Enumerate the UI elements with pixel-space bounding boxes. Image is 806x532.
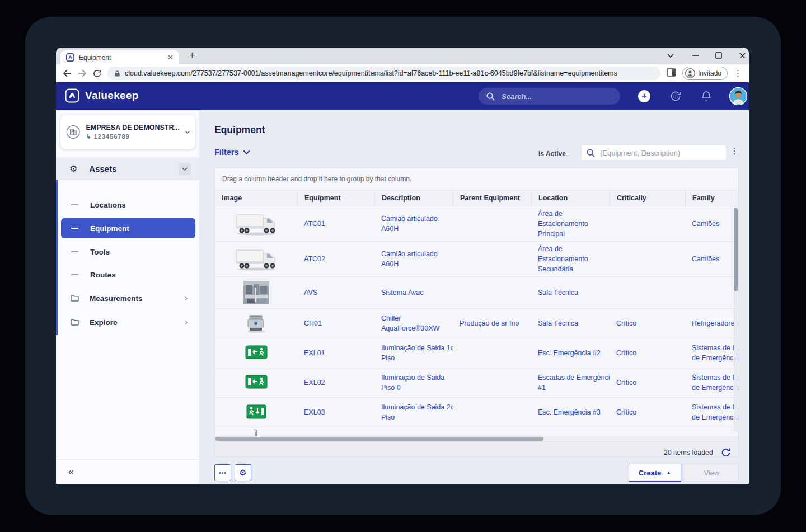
- folder-icon: [71, 295, 79, 302]
- sidebar-section-assets[interactable]: ⚙ Assets: [56, 157, 200, 180]
- column-header-description[interactable]: Description: [374, 190, 453, 206]
- equipment-code[interactable]: EXL01: [297, 338, 374, 368]
- equipment-description: Iluminação de Saida Piso 0: [374, 368, 453, 397]
- parent-equipment: [453, 277, 531, 308]
- action-bar: ••• ⚙ Create ▲ View: [214, 463, 739, 482]
- list-search[interactable]: [581, 145, 727, 161]
- table-row[interactable]: AVS Sistema Avac Sala Técnica: [215, 276, 738, 308]
- column-header-critically[interactable]: Critically: [610, 190, 685, 206]
- sidebar-item-explore[interactable]: Explore ›: [61, 312, 195, 332]
- column-header-image[interactable]: Image: [215, 190, 297, 206]
- view-button[interactable]: View: [685, 464, 739, 482]
- new-tab-button[interactable]: +: [189, 49, 195, 62]
- column-header-equipment[interactable]: Equipment: [297, 190, 374, 206]
- company-code: 123456789: [94, 133, 130, 140]
- equipment-family: Sistemas de Ilur de Emergência: [685, 338, 738, 368]
- table-row[interactable]: EXL03 Iluminação de Saida 2o Piso Esc. E…: [215, 397, 738, 427]
- parent-equipment: [453, 242, 531, 276]
- chevron-down-icon: [182, 167, 188, 171]
- sidebar-item-equipment[interactable]: Equipment: [61, 218, 195, 238]
- filters-label: Filters: [214, 148, 239, 157]
- equipment-family: [685, 277, 738, 308]
- company-selector[interactable]: EMPRESA DE DEMONSTR... ↳ 123456789: [60, 115, 195, 149]
- sidebar-item-routes[interactable]: Routes: [61, 265, 195, 285]
- reload-button[interactable]: [93, 69, 101, 78]
- equipment-code[interactable]: AVS: [297, 277, 374, 308]
- vertical-scrollbar-thumb[interactable]: [734, 208, 738, 291]
- exit-sign-image: [245, 375, 268, 390]
- filters-toggle[interactable]: Filters: [214, 148, 250, 157]
- maximize-button[interactable]: [712, 49, 725, 62]
- global-search[interactable]: [479, 88, 620, 105]
- sidebar-item-measurements[interactable]: Measurements ›: [61, 288, 195, 308]
- refresh-icon[interactable]: [721, 448, 731, 457]
- equipment-location: Sala Técnica: [531, 309, 610, 338]
- truck-image: [235, 247, 278, 271]
- global-search-input[interactable]: [500, 92, 598, 101]
- bell-icon[interactable]: [701, 90, 712, 105]
- minimize-button[interactable]: [688, 49, 702, 62]
- equipment-code[interactable]: EXL03: [297, 398, 374, 427]
- close-tab-icon[interactable]: ✕: [167, 54, 174, 61]
- equipment-location: Esc. Emergência #3: [531, 398, 610, 427]
- side-panel-icon[interactable]: [667, 68, 676, 79]
- list-search-input[interactable]: [599, 148, 713, 158]
- browser-profile-chip[interactable]: Invitado: [682, 67, 728, 80]
- browser-window: Equipment ✕ +: [56, 48, 749, 484]
- column-header-family[interactable]: Family: [685, 190, 738, 206]
- section-collapse-button[interactable]: [179, 163, 191, 175]
- equipment-code[interactable]: EXL02: [297, 368, 374, 397]
- more-actions-button[interactable]: •••: [214, 464, 231, 481]
- equipment-code[interactable]: CH01: [297, 309, 374, 338]
- tab-search-chevron-icon[interactable]: [664, 49, 677, 62]
- close-window-button[interactable]: [735, 49, 749, 62]
- settings-button[interactable]: ⚙: [235, 464, 251, 481]
- equipment-family: Sistemas de Ilur de Emergência: [685, 398, 738, 427]
- group-by-bar[interactable]: Drag a column header and drop it here to…: [215, 168, 738, 190]
- vertical-scrollbar[interactable]: [734, 206, 738, 431]
- table-row[interactable]: ATC02 Camião articulado A60H Área de Est…: [215, 241, 738, 276]
- horizontal-scrollbar[interactable]: [215, 436, 738, 441]
- back-button[interactable]: [63, 69, 72, 77]
- sidebar-item-tools[interactable]: Tools: [61, 242, 195, 262]
- table-row-partial[interactable]: [215, 427, 738, 436]
- horizontal-scrollbar-thumb[interactable]: [215, 437, 543, 441]
- user-avatar[interactable]: [729, 87, 747, 107]
- equipment-code[interactable]: ATC01: [297, 206, 374, 241]
- parent-equipment: [453, 338, 531, 368]
- equipment-code[interactable]: ATC02: [297, 242, 374, 276]
- equipment-critically: Crítico: [610, 368, 685, 397]
- forward-button[interactable]: [78, 69, 87, 77]
- browser-menu-icon[interactable]: ⋮: [734, 70, 742, 77]
- brand-name: Valuekeep: [85, 90, 139, 102]
- table-row[interactable]: EXL02 Iluminação de Saida Piso 0 Escadas…: [215, 368, 738, 397]
- sidebar-item-label: Routes: [90, 271, 116, 279]
- sidebar-item-locations[interactable]: Locations: [61, 195, 195, 215]
- lock-icon: [114, 70, 120, 77]
- valuekeep-favicon: [66, 53, 74, 62]
- browser-tab[interactable]: Equipment ✕: [60, 50, 179, 64]
- table-row[interactable]: EXL01 Iluminação de Saida 1o Piso Esc. E…: [215, 338, 738, 368]
- collapse-sidebar-button[interactable]: «: [68, 466, 74, 478]
- tab-title: Equipment: [79, 54, 163, 62]
- items-loaded-count: 20 items loaded: [664, 449, 713, 456]
- list-options-kebab-icon[interactable]: ⋮: [730, 146, 739, 156]
- search-icon: [587, 149, 595, 157]
- dash-icon: [71, 251, 78, 253]
- sidebar-item-label: Equipment: [90, 224, 129, 233]
- sidebar-item-label: Locations: [90, 201, 126, 209]
- url-bar[interactable]: cloud.valuekeep.com/277537/277537-0001/a…: [107, 67, 660, 80]
- brand[interactable]: Valuekeep: [65, 88, 139, 103]
- create-button[interactable]: Create ▲: [629, 464, 681, 482]
- column-header-location[interactable]: Location: [531, 190, 610, 206]
- sidebar-item-label: Tools: [90, 248, 110, 256]
- quick-add-button[interactable]: +: [638, 90, 650, 102]
- history-icon[interactable]: [669, 90, 682, 105]
- create-label: Create: [639, 469, 661, 477]
- url-text: cloud.valuekeep.com/277537/277537-0001/a…: [125, 69, 617, 77]
- app-navbar: Valuekeep +: [56, 82, 749, 110]
- parent-equipment: [453, 368, 531, 397]
- table-row[interactable]: CH01 Chiller AquaForce®30XW Produção de …: [215, 308, 738, 338]
- column-header-parent-equipment[interactable]: Parent Equipment: [453, 190, 531, 206]
- table-row[interactable]: ATC01 Camião articulado A60H Área de Est…: [215, 206, 738, 241]
